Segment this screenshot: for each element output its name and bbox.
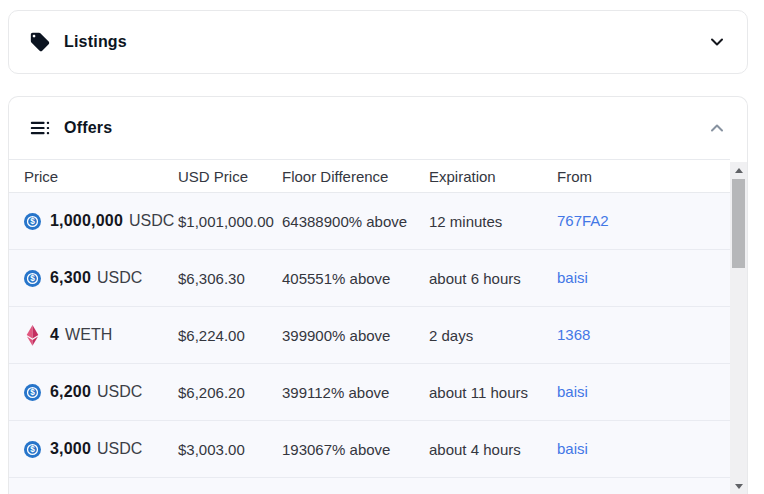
table-row: $ 6,200 USDC $6,206.20 399112% above abo… <box>9 364 730 421</box>
usd-price-cell: $1,001,000.00 <box>178 213 282 230</box>
table-row-partial <box>9 478 730 494</box>
price-cell: $ 1,000,000 USDC <box>24 212 178 230</box>
scrollbar-down-button[interactable] <box>730 478 747 494</box>
usd-price-cell: $3,003.00 <box>178 441 282 458</box>
currency-icon-slot: $ <box>24 441 50 458</box>
table-row: $ 3,000 USDC $3,003.00 193067% above abo… <box>9 421 730 478</box>
price-amount: 1,000,000 <box>50 212 123 230</box>
scrollbar-thumb[interactable] <box>732 179 745 268</box>
currency-icon-slot: $ <box>24 213 50 230</box>
price-currency: USDC <box>97 440 142 458</box>
floor-difference-cell: 399112% above <box>282 384 429 401</box>
offers-panel: Offers Price USD Price Floor Difference … <box>8 96 748 494</box>
offers-title: Offers <box>64 119 112 137</box>
svg-text:$: $ <box>30 274 35 283</box>
price-amount: 6,200 <box>50 383 91 401</box>
chevron-down-icon[interactable] <box>709 34 725 50</box>
column-header-from: From <box>557 168 730 185</box>
column-header-expiration: Expiration <box>429 168 557 185</box>
expiration-cell: 2 days <box>429 327 557 344</box>
table-scrollbar[interactable] <box>730 162 747 494</box>
scrollbar-up-button[interactable] <box>730 162 747 179</box>
price-amount: 3,000 <box>50 440 91 458</box>
usdc-icon: $ <box>24 213 41 230</box>
column-header-usd-price: USD Price <box>178 168 282 185</box>
table-row: $ 6,300 USDC $6,306.30 405551% above abo… <box>9 250 730 307</box>
price-currency: USDC <box>129 212 174 230</box>
currency-icon-slot <box>24 325 50 346</box>
offers-header-toggle[interactable]: Offers <box>9 97 747 159</box>
from-link[interactable]: 1368 <box>557 326 590 343</box>
from-cell: baisi <box>557 383 730 401</box>
expiration-cell: about 6 hours <box>429 270 557 287</box>
floor-difference-cell: 399900% above <box>282 327 429 344</box>
from-cell: 1368 <box>557 326 730 344</box>
price-cell: $ 3,000 USDC <box>24 440 178 458</box>
currency-icon-slot: $ <box>24 384 50 401</box>
price-amount: 6,300 <box>50 269 91 287</box>
usdc-icon: $ <box>24 384 41 401</box>
from-link[interactable]: 767FA2 <box>557 212 609 229</box>
usdc-icon: $ <box>24 441 41 458</box>
price-cell: $ 6,200 USDC <box>24 383 178 401</box>
svg-text:$: $ <box>30 445 35 454</box>
chevron-up-icon[interactable] <box>709 120 725 136</box>
column-header-floor-difference: Floor Difference <box>282 168 429 185</box>
offers-table-header: Price USD Price Floor Difference Expirat… <box>9 159 730 193</box>
usd-price-cell: $6,206.20 <box>178 384 282 401</box>
usd-price-cell: $6,306.30 <box>178 270 282 287</box>
price-amount: 4 <box>50 326 59 344</box>
expiration-cell: 12 minutes <box>429 213 557 230</box>
scroll-up-arrow-icon <box>735 168 743 173</box>
listings-title: Listings <box>64 33 127 51</box>
expiration-cell: about 4 hours <box>429 441 557 458</box>
weth-icon <box>26 325 39 346</box>
from-cell: baisi <box>557 269 730 287</box>
scroll-down-arrow-icon <box>735 484 743 489</box>
price-currency: USDC <box>97 383 142 401</box>
listings-header-toggle[interactable]: Listings <box>9 11 747 73</box>
from-link[interactable]: baisi <box>557 383 588 400</box>
currency-icon-slot: $ <box>24 270 50 287</box>
column-header-price: Price <box>24 168 178 185</box>
price-currency: WETH <box>65 326 112 344</box>
svg-text:$: $ <box>30 217 35 226</box>
price-cell: 4 WETH <box>24 325 178 346</box>
from-link[interactable]: baisi <box>557 269 588 286</box>
listings-panel: Listings <box>8 10 748 74</box>
offers-table: Price USD Price Floor Difference Expirat… <box>9 159 730 494</box>
floor-difference-cell: 193067% above <box>282 441 429 458</box>
table-row: $ 1,000,000 USDC $1,001,000.00 64388900%… <box>9 193 730 250</box>
floor-difference-cell: 405551% above <box>282 270 429 287</box>
svg-text:$: $ <box>30 388 35 397</box>
from-cell: baisi <box>557 440 730 458</box>
floor-difference-cell: 64388900% above <box>282 213 429 230</box>
usd-price-cell: $6,224.00 <box>178 327 282 344</box>
price-currency: USDC <box>97 269 142 287</box>
price-cell: $ 6,300 USDC <box>24 269 178 287</box>
from-cell: 767FA2 <box>557 212 730 230</box>
expiration-cell: about 11 hours <box>429 384 557 401</box>
tag-icon <box>29 31 51 53</box>
table-row: 4 WETH $6,224.00 399900% above 2 days 13… <box>9 307 730 364</box>
list-icon <box>29 117 51 139</box>
offers-table-body: $ 1,000,000 USDC $1,001,000.00 64388900%… <box>9 193 730 478</box>
usdc-icon: $ <box>24 270 41 287</box>
from-link[interactable]: baisi <box>557 440 588 457</box>
